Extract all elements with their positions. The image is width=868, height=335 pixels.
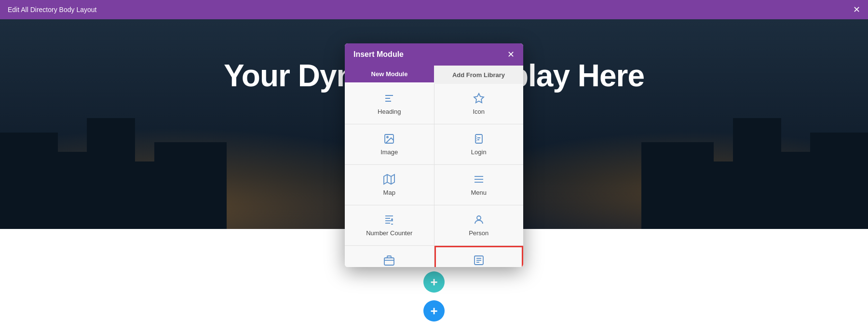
svg-point-2 xyxy=(387,136,388,138)
person-icon xyxy=(473,214,485,226)
tab-add-from-library[interactable]: Add From Library xyxy=(434,66,523,84)
module-item-icon[interactable]: Icon xyxy=(434,84,524,124)
icon-icon xyxy=(473,93,485,104)
svg-marker-0 xyxy=(474,94,484,103)
module-label-number-counter: Number Counter xyxy=(366,229,412,237)
modal-title: Insert Module xyxy=(353,50,404,59)
module-item-login[interactable]: Login xyxy=(434,124,524,164)
module-item-portfolio[interactable]: Portfolio xyxy=(345,246,434,267)
svg-rect-18 xyxy=(384,258,394,265)
login-icon xyxy=(473,133,485,145)
module-item-heading[interactable]: Heading xyxy=(345,84,434,124)
svg-marker-4 xyxy=(384,174,394,184)
top-bar-close-button[interactable]: ✕ xyxy=(853,5,860,14)
module-grid: Heading Icon Image xyxy=(345,84,523,267)
module-label-menu: Menu xyxy=(471,189,487,196)
module-label-icon: Icon xyxy=(473,108,485,115)
post-content-icon xyxy=(473,255,485,266)
image-icon xyxy=(383,133,395,145)
top-bar-title: Edit All Directory Body Layout xyxy=(8,6,96,13)
menu-icon xyxy=(473,174,485,185)
module-label-heading: Heading xyxy=(378,108,401,115)
module-label-image: Image xyxy=(380,148,398,156)
insert-module-modal: Insert Module ✕ New Module Add From Libr… xyxy=(345,43,523,267)
heading-icon xyxy=(383,93,395,104)
module-label-person: Person xyxy=(469,229,488,237)
module-item-person[interactable]: Person xyxy=(434,205,524,245)
portfolio-icon xyxy=(383,255,395,266)
module-label-map: Map xyxy=(383,189,395,196)
module-item-image[interactable]: Image xyxy=(345,124,434,164)
module-item-post-content[interactable]: Post Content xyxy=(434,246,524,267)
top-bar: Edit All Directory Body Layout ✕ xyxy=(0,0,868,19)
module-label-login: Login xyxy=(471,148,487,156)
modal-header: Insert Module ✕ xyxy=(345,43,523,66)
modal-overlay: Insert Module ✕ New Module Add From Libr… xyxy=(0,19,868,335)
module-item-number-counter[interactable]: Number Counter xyxy=(345,205,434,245)
svg-point-17 xyxy=(477,216,481,220)
map-icon xyxy=(383,174,395,185)
number-counter-icon xyxy=(383,214,395,226)
module-item-map[interactable]: Map xyxy=(345,165,434,205)
svg-rect-19 xyxy=(387,256,391,258)
background-area: Your Dynam Display Here + + Insert Modul… xyxy=(0,19,868,335)
modal-tabs: New Module Add From Library xyxy=(345,66,523,84)
module-item-menu[interactable]: Menu xyxy=(434,165,524,205)
tab-new-module[interactable]: New Module xyxy=(345,66,434,84)
modal-close-button[interactable]: ✕ xyxy=(507,50,515,59)
